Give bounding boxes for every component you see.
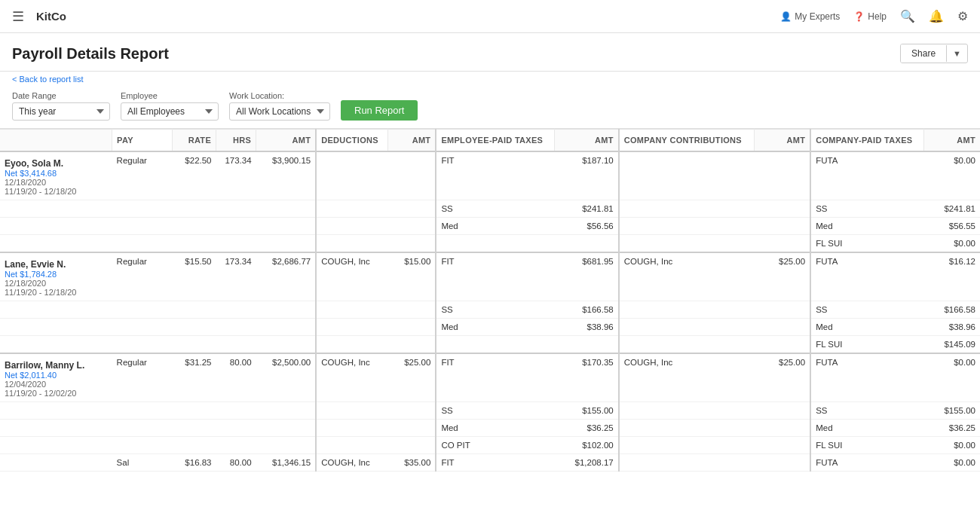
table-cell: SS [810,200,923,218]
employee-net: Net $2,011.40 [5,371,108,380]
table-cell [388,235,436,253]
table-row: CO PIT$102.00FL SUI$0.00 [0,437,980,454]
table-cell: 173.34 [216,252,256,301]
search-icon[interactable]: 🔍 [900,9,915,23]
table-cell [619,218,755,235]
table-cell: $35.00 [388,454,436,472]
table-cell [316,437,388,454]
table-cell: Regular [112,151,173,200]
col-comp-contrib-header: COMPANY CONTRIBUTIONS [619,130,755,152]
table-cell: $0.00 [924,235,980,253]
table-cell [755,437,810,454]
employee-info-cell [0,218,112,235]
employee-name: Lane, Evvie N. [5,259,108,270]
person-icon: 👤 [780,11,792,22]
employee-info-cell [0,200,112,218]
hamburger-icon[interactable]: ☰ [12,8,24,25]
table-header-row: PAY RATE HRS AMT DEDUCTIONS AMT EMPLOYEE… [0,130,980,152]
my-experts-button[interactable]: 👤 My Experts [780,11,840,22]
table-cell: FUTA [810,454,923,472]
table-row: SS$155.00SS$155.00 [0,402,980,420]
table-cell [388,319,436,336]
table-row: Med$56.56Med$56.55 [0,218,980,235]
table-cell [388,402,436,420]
table-row: Lane, Evvie N.Net $1,784.2812/18/202011/… [0,252,980,301]
run-report-button[interactable]: Run Report [341,100,418,121]
table-cell: 173.34 [216,151,256,200]
table-cell [172,235,216,253]
work-location-select[interactable]: All Work Locations [229,102,330,121]
table-cell [619,454,755,472]
table-cell: $36.25 [924,420,980,437]
table-cell [316,235,388,253]
table-cell [388,301,436,319]
table-cell: $25.00 [755,252,810,301]
table-cell [619,319,755,336]
table-cell [388,151,436,200]
table-cell [388,218,436,235]
table-cell [555,235,619,253]
table-cell [216,301,256,319]
table-cell [112,336,173,354]
table-cell [172,200,216,218]
table-cell [216,319,256,336]
table-cell: $56.55 [924,218,980,235]
table-cell [755,301,810,319]
employee-range: 11/19/20 - 12/02/20 [5,389,108,398]
table-cell [256,402,317,420]
my-experts-label: My Experts [795,11,840,22]
table-cell: $38.96 [555,319,619,336]
bell-icon[interactable]: 🔔 [929,9,944,23]
date-range-select[interactable]: This year [12,102,110,121]
employee-info-cell [0,336,112,354]
table-cell [755,454,810,472]
table-row: Med$38.96Med$38.96 [0,319,980,336]
table-cell: $15.00 [388,252,436,301]
employee-name: Barrilow, Manny L. [5,360,108,371]
employee-info-cell [0,437,112,454]
table-cell: CO PIT [436,437,554,454]
table-cell [619,437,755,454]
table-cell: $1,208.17 [555,454,619,472]
nav-left: ☰ KitCo [12,8,66,25]
table-cell: Med [436,218,554,235]
table-cell: $166.58 [555,301,619,319]
help-button[interactable]: ❓ Help [853,11,887,22]
back-to-report-list-link[interactable]: < Back to report list [0,72,980,84]
table-cell: $155.00 [555,402,619,420]
share-dropdown-arrow[interactable]: ▼ [946,45,967,62]
table-cell [619,151,755,200]
table-cell: Regular [112,252,173,301]
col-amt2-header: AMT [388,130,436,152]
table-cell: $102.00 [555,437,619,454]
table-cell [619,420,755,437]
table-cell [216,218,256,235]
table-cell: Regular [112,353,173,402]
table-cell: $56.56 [555,218,619,235]
table-body: Eyoo, Sola M.Net $3,414.6812/18/202011/1… [0,151,980,472]
table-cell: FL SUI [810,235,923,253]
table-cell: FIT [436,151,554,200]
table-cell [755,336,810,354]
gear-icon[interactable]: ⚙ [957,9,968,23]
table-cell [755,151,810,200]
table-cell [172,218,216,235]
table-cell: $25.00 [388,353,436,402]
share-button[interactable]: Share ▼ [900,44,968,63]
table-cell: COUGH, Inc [316,454,388,472]
table-cell: SS [810,301,923,319]
table-cell: Med [436,420,554,437]
nav-right: 👤 My Experts ❓ Help 🔍 🔔 ⚙ [780,9,968,23]
table-cell: $3,900.15 [256,151,317,200]
col-deductions-header: DEDUCTIONS [316,130,388,152]
table-cell [755,402,810,420]
employee-select[interactable]: All Employees [121,102,219,121]
table-cell [256,301,317,319]
table-cell [256,420,317,437]
table-cell [316,301,388,319]
col-section [0,130,112,152]
table-cell [216,200,256,218]
table-cell [216,235,256,253]
table-cell [112,235,173,253]
table-cell: $241.81 [924,200,980,218]
